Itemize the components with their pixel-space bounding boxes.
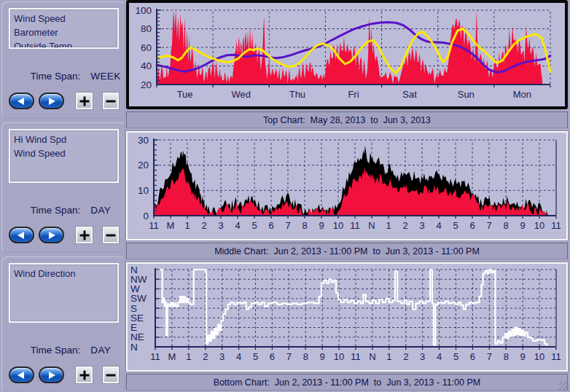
- svg-text:9: 9: [320, 351, 325, 362]
- time-span-row: Time Span:WEEK: [9, 60, 119, 93]
- svg-text:10: 10: [534, 220, 544, 231]
- next-button[interactable]: [39, 366, 64, 383]
- svg-text:3: 3: [218, 220, 223, 231]
- time-span-row: Time Span:DAY: [9, 334, 119, 366]
- svg-text:N: N: [368, 220, 375, 231]
- plus-icon: [79, 96, 89, 106]
- plus-icon: [79, 230, 89, 240]
- left-arrow-icon: [17, 98, 24, 105]
- series-listbox-middle[interactable]: Hi Wind Spd Wind Speed: [9, 129, 119, 183]
- svg-text:Sat: Sat: [402, 89, 417, 100]
- charts-column: 10080604020TueWedThuFriSatSunMon Top Cha…: [125, 0, 570, 392]
- svg-text:5: 5: [453, 351, 458, 362]
- svg-text:Thu: Thu: [289, 89, 305, 100]
- top-chart-caption: Top Chart: May 28, 2013 to Jun 3, 2013: [126, 111, 568, 128]
- svg-text:3: 3: [219, 351, 225, 362]
- minus-icon: [106, 100, 115, 102]
- series-item[interactable]: Wind Speed: [14, 146, 114, 160]
- svg-text:11: 11: [149, 220, 159, 231]
- zoom-out-button[interactable]: [103, 366, 119, 383]
- svg-text:8: 8: [302, 220, 307, 231]
- svg-text:8: 8: [503, 220, 508, 231]
- svg-text:9: 9: [319, 220, 324, 231]
- svg-text:11: 11: [350, 220, 360, 231]
- chart-nav-buttons: [9, 227, 119, 243]
- prev-button[interactable]: [9, 227, 34, 243]
- chart-nav-buttons: [9, 93, 119, 109]
- svg-text:20: 20: [138, 160, 149, 170]
- prev-button[interactable]: [9, 366, 34, 383]
- svg-text:7: 7: [286, 351, 292, 362]
- bottom-chart-canvas: NNWWSWSSEENEN11M1234567891011N1234567891…: [128, 264, 566, 370]
- top-chart: 10080604020TueWedThuFriSatSunMon: [126, 0, 568, 109]
- series-item[interactable]: Hi Wind Spd: [14, 133, 114, 146]
- series-item[interactable]: Outside Temp: [14, 39, 114, 49]
- svg-text:0: 0: [143, 211, 149, 222]
- weather-app-window: Wind Speed Barometer Outside Temp Time S…: [0, 0, 570, 392]
- zoom-out-button[interactable]: [103, 93, 119, 109]
- svg-text:M: M: [168, 351, 176, 362]
- svg-text:9: 9: [520, 220, 525, 231]
- svg-text:8: 8: [504, 351, 509, 362]
- svg-text:7: 7: [285, 220, 290, 231]
- series-item[interactable]: Wind Speed: [14, 12, 114, 26]
- prev-button[interactable]: [9, 93, 34, 109]
- svg-text:6: 6: [268, 220, 273, 231]
- svg-text:Sun: Sun: [458, 89, 475, 100]
- svg-text:2: 2: [402, 220, 407, 231]
- svg-text:2: 2: [203, 351, 208, 362]
- time-span-row: Time Span:DAY: [9, 194, 119, 227]
- control-panel-top: Wind Speed Barometer Outside Temp Time S…: [1, 1, 125, 119]
- control-panel-middle: Hi Wind Spd Wind Speed Time Span:DAY: [1, 122, 125, 253]
- svg-text:1: 1: [186, 351, 191, 362]
- svg-text:30: 30: [138, 135, 149, 146]
- series-listbox-top[interactable]: Wind Speed Barometer Outside Temp: [9, 8, 119, 49]
- svg-text:7: 7: [486, 220, 491, 231]
- time-span-label: Time Span:: [31, 205, 81, 216]
- series-listbox-bottom[interactable]: Wind Direction: [9, 263, 119, 323]
- svg-text:Wed: Wed: [231, 89, 251, 100]
- time-span-value: DAY: [90, 205, 111, 216]
- svg-text:4: 4: [235, 220, 240, 231]
- zoom-in-button[interactable]: [76, 227, 92, 243]
- time-span-label: Time Span:: [31, 345, 81, 356]
- zoom-out-button[interactable]: [103, 227, 119, 243]
- right-arrow-icon: [49, 232, 55, 239]
- svg-text:80: 80: [141, 23, 152, 34]
- series-item[interactable]: Barometer: [14, 26, 114, 39]
- series-item[interactable]: Wind Direction: [14, 267, 114, 281]
- right-arrow-icon: [49, 98, 55, 105]
- next-button[interactable]: [39, 93, 64, 109]
- next-button[interactable]: [39, 227, 64, 243]
- svg-text:10: 10: [333, 220, 343, 231]
- svg-text:100: 100: [135, 5, 152, 16]
- top-chart-canvas: 10080604020TueWedThuFriSatSunMon: [129, 3, 565, 106]
- resize-grip[interactable]: [559, 381, 569, 391]
- svg-text:10: 10: [534, 351, 544, 362]
- svg-text:M: M: [167, 220, 175, 231]
- svg-text:Mon: Mon: [513, 89, 531, 100]
- svg-text:7: 7: [487, 351, 492, 362]
- svg-text:40: 40: [141, 60, 152, 71]
- sidebar: Wind Speed Barometer Outside Temp Time S…: [0, 0, 125, 392]
- svg-text:1: 1: [184, 220, 190, 231]
- right-arrow-icon: [49, 372, 55, 379]
- svg-text:6: 6: [470, 351, 475, 362]
- zoom-in-button[interactable]: [76, 93, 92, 109]
- svg-text:Tue: Tue: [177, 89, 193, 100]
- zoom-in-button[interactable]: [76, 366, 92, 383]
- time-span-value: DAY: [90, 345, 111, 356]
- bottom-chart: NNWWSWSSEENEN11M1234567891011N1234567891…: [126, 262, 568, 372]
- middle-chart-canvas: 302010011M1234567891011N1234567891011: [128, 133, 566, 239]
- svg-text:20: 20: [141, 79, 152, 90]
- minus-icon: [106, 374, 115, 376]
- svg-text:11: 11: [551, 351, 561, 362]
- control-panel-bottom: Wind Direction Time Span:DAY: [1, 256, 125, 392]
- middle-chart: 302010011M1234567891011N1234567891011: [126, 131, 568, 240]
- left-arrow-icon: [17, 372, 24, 379]
- svg-text:N: N: [369, 351, 375, 362]
- minus-icon: [106, 234, 115, 236]
- bottom-chart-caption: Bottom Chart: Jun 2, 2013 - 11:00 PM to …: [126, 374, 568, 391]
- svg-text:4: 4: [236, 351, 241, 362]
- left-arrow-icon: [17, 232, 24, 239]
